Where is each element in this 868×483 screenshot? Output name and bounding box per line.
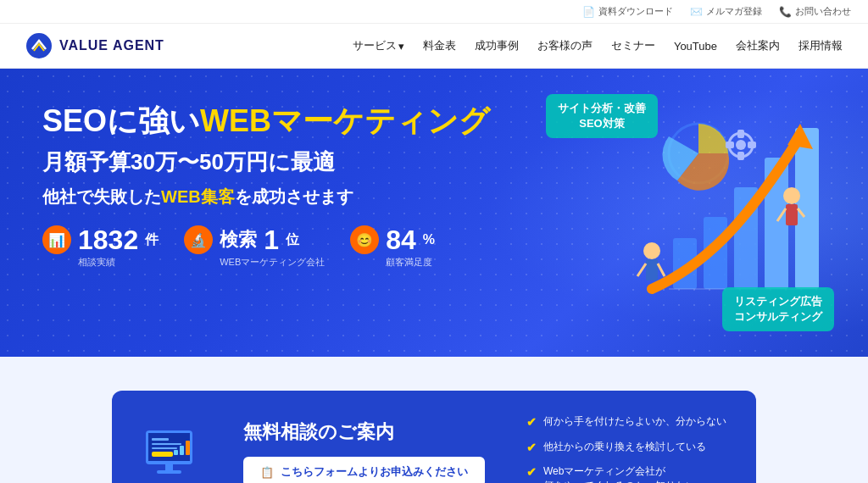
consult-illustration [142, 418, 218, 483]
checkmark-icon-1: ✔ [526, 414, 537, 431]
svg-point-0 [26, 33, 52, 58]
logo-text: VALUE AGENT [59, 38, 164, 53]
svg-point-11 [783, 187, 800, 204]
mail-icon: ✉️ [690, 6, 703, 18]
logo-icon [25, 32, 53, 59]
consult-middle: 無料相談のご案内 📋 こちらフォームよりお申込みください [243, 419, 501, 483]
consult-section: 無料相談のご案内 📋 こちらフォームよりお申込みください ✔ 何から手を付けたら… [0, 357, 868, 483]
svg-rect-20 [726, 142, 734, 148]
form-icon: 📋 [260, 466, 274, 479]
phone-icon: 📞 [779, 6, 792, 18]
hero-section: SEOに強いWEBマーケティング 月額予算30万〜50万円に最適 他社で失敗した… [0, 69, 868, 357]
nav-service[interactable]: サービス ▾ [353, 38, 404, 53]
nav-pricing[interactable]: 料金表 [423, 38, 456, 53]
svg-rect-12 [786, 204, 798, 225]
stat-icon-3: 😊 [350, 225, 379, 254]
stat-label-1: 相談実績 [78, 256, 115, 269]
consult-checklist: ✔ 何から手を付けたらよいか、分からない ✔ 他社からの乗り換えを検討している … [526, 414, 726, 483]
consult-title: 無料相談のご案内 [243, 419, 501, 445]
hero-stats: 📊 1832 件 相談実績 🔬 検索 1 位 WEBマーケティング会社 [42, 225, 509, 269]
check-item-2: ✔ 他社からの乗り換えを検討している [526, 440, 726, 457]
stat-satisfaction: 😊 84 % 顧客満足度 [350, 225, 435, 269]
nav-success[interactable]: 成功事例 [475, 38, 519, 53]
svg-rect-31 [174, 450, 178, 455]
svg-line-9 [637, 264, 646, 276]
svg-rect-32 [180, 446, 184, 455]
svg-rect-8 [646, 259, 658, 280]
svg-rect-18 [737, 130, 744, 138]
topbar-contact[interactable]: 📞 お問い合わせ [779, 5, 851, 18]
consult-form-button[interactable]: 📋 こちらフォームよりお申込みください [243, 457, 485, 483]
topbar-newsletter[interactable]: ✉️ メルマガ登録 [690, 5, 762, 18]
svg-point-17 [736, 140, 746, 150]
download-icon: 📄 [582, 6, 595, 18]
hero-sub2: 他社で失敗したWEB集客を成功させます [42, 186, 509, 208]
svg-rect-28 [152, 452, 173, 457]
svg-rect-25 [152, 438, 169, 441]
top-bar: 📄 資料ダウンロード ✉️ メルマガ登録 📞 お問い合わせ [0, 0, 868, 24]
hero-subtitle: 月額予算30万〜50万円に最適 [42, 147, 509, 177]
nav-seminar[interactable]: セミナー [611, 38, 655, 53]
svg-rect-33 [186, 441, 190, 455]
nav-company[interactable]: 会社案内 [736, 38, 780, 53]
consult-icon-area [142, 418, 218, 483]
stat-icon-2: 🔬 [184, 225, 213, 254]
logo[interactable]: VALUE AGENT [25, 32, 164, 59]
nav-recruit[interactable]: 採用情報 [798, 38, 843, 53]
nav-youtube[interactable]: YouTube [674, 40, 717, 53]
svg-rect-30 [157, 470, 181, 474]
topbar-download[interactable]: 📄 資料ダウンロード [582, 5, 673, 18]
check-item-1: ✔ 何から手を付けたらよいか、分からない [526, 414, 726, 431]
checkmark-icon-2: ✔ [526, 440, 537, 457]
hero-illustration: サイト分析・改善 SEO対策 [520, 86, 843, 340]
stat-label-3: 顧客満足度 [386, 256, 432, 269]
stat-icon-1: 📊 [42, 225, 71, 254]
hero-title: SEOに強いWEBマーケティング [42, 103, 509, 139]
header: VALUE AGENT サービス ▾ 料金表 成功事例 お客様の声 セミナー Y… [0, 24, 868, 69]
svg-rect-26 [152, 443, 181, 445]
consult-box: 無料相談のご案内 📋 こちらフォームよりお申込みください ✔ 何から手を付けたら… [112, 391, 756, 483]
stat-consultations: 📊 1832 件 相談実績 [42, 225, 159, 269]
svg-rect-29 [165, 464, 173, 471]
main-nav: サービス ▾ 料金表 成功事例 お客様の声 セミナー YouTube 会社案内 … [353, 38, 843, 53]
nav-voice[interactable]: お客様の声 [537, 38, 593, 53]
svg-point-7 [643, 242, 660, 259]
hero-content: SEOに強いWEBマーケティング 月額予算30万〜50万円に最適 他社で失敗した… [42, 103, 509, 269]
svg-rect-19 [737, 152, 744, 160]
svg-rect-27 [152, 447, 177, 449]
chevron-down-icon: ▾ [398, 40, 404, 53]
checkmark-icon-3: ✔ [526, 464, 537, 481]
check-item-3: ✔ Webマーケティング会社が何をやってくれるのか、知りたい [526, 464, 726, 483]
tag-listing: リスティング広告 コンサルティング [722, 287, 834, 331]
stat-label-2: WEBマーケティング会社 [220, 256, 325, 269]
stat-ranking: 🔬 検索 1 位 WEBマーケティング会社 [184, 225, 325, 269]
svg-line-10 [658, 264, 665, 276]
svg-rect-21 [748, 142, 756, 148]
